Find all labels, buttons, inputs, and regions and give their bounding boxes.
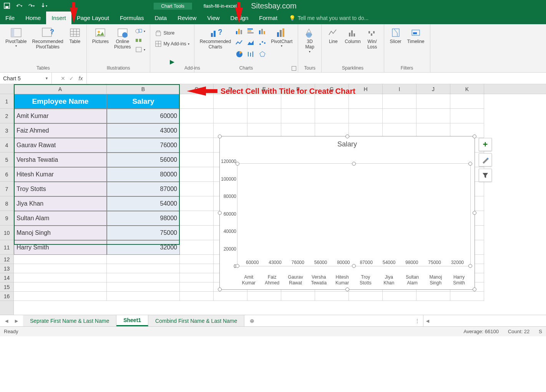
cell-C7[interactable] — [180, 182, 214, 196]
row-header-1[interactable]: 1 — [0, 94, 13, 109]
cell-B10[interactable]: 75000 — [107, 226, 180, 240]
chart-title[interactable]: Salary — [220, 136, 475, 150]
cell-A6[interactable]: Hitesh Kumar — [14, 167, 107, 182]
row-header-9[interactable]: 9 — [0, 211, 13, 226]
smartart-button[interactable] — [134, 37, 147, 44]
tab-formulas[interactable]: Formulas — [115, 12, 149, 24]
pictures-button[interactable]: Pictures — [90, 26, 111, 45]
cell-A13[interactable] — [14, 264, 107, 273]
chart-filters-button[interactable] — [479, 169, 492, 182]
col-header-I[interactable]: I — [383, 84, 417, 94]
scatter-chart-icon[interactable] — [257, 37, 268, 48]
cell-B14[interactable] — [107, 273, 180, 282]
sparkline-line-button[interactable]: Line — [325, 26, 342, 45]
sheet-tab-1[interactable]: Seprate First Name & Last Name — [23, 315, 116, 326]
cell-A7[interactable]: Troy Stotts — [14, 182, 107, 196]
cell-C6[interactable] — [180, 167, 214, 182]
cell-C13[interactable] — [180, 264, 214, 273]
new-sheet-button[interactable]: ⊕ — [244, 315, 260, 326]
pie-chart-icon[interactable] — [234, 49, 245, 60]
cell-F16[interactable] — [281, 292, 315, 301]
cell-B3[interactable]: 43000 — [107, 123, 180, 138]
cell-B9[interactable]: 98000 — [107, 211, 180, 226]
sheet-nav[interactable]: ◄► — [0, 315, 23, 326]
name-box[interactable]: Chart 5▼ — [0, 73, 52, 84]
cell-K2[interactable] — [450, 109, 484, 123]
cell-C8[interactable] — [180, 196, 214, 211]
cell-H1[interactable] — [349, 94, 383, 109]
cell-E2[interactable] — [247, 109, 281, 123]
tab-insert[interactable]: Insert — [46, 12, 71, 24]
slicer-button[interactable]: Slicer — [387, 26, 404, 45]
col-header-K[interactable]: K — [450, 84, 484, 94]
cell-A12[interactable] — [14, 255, 107, 264]
area-chart-icon[interactable] — [246, 37, 256, 48]
cell-I16[interactable] — [383, 292, 417, 301]
cell-I1[interactable] — [383, 94, 417, 109]
bing-maps-button[interactable] — [164, 56, 181, 70]
row-header-10[interactable]: 10 — [0, 226, 13, 240]
cell-B7[interactable]: 87000 — [107, 182, 180, 196]
cell-C9[interactable] — [180, 211, 214, 226]
cell-C12[interactable] — [180, 255, 214, 264]
cell-B2[interactable]: 60000 — [107, 109, 180, 123]
tab-review[interactable]: Review — [172, 12, 202, 24]
cell-C15[interactable] — [180, 282, 214, 292]
tab-view[interactable]: View — [202, 12, 225, 24]
charts-dialog-launcher[interactable] — [292, 66, 296, 71]
select-all-corner[interactable] — [0, 84, 13, 94]
cell-A5[interactable]: Versha Tewatia — [14, 153, 107, 167]
row-header-3[interactable]: 3 — [0, 123, 13, 138]
cell-D2[interactable] — [214, 109, 247, 123]
row-header-5[interactable]: 5 — [0, 153, 13, 167]
tell-me-search[interactable]: 💡Tell me what you want to do... — [283, 12, 546, 24]
cell-E16[interactable] — [247, 292, 281, 301]
tab-home[interactable]: Home — [20, 12, 46, 24]
table-button[interactable]: Table — [66, 26, 83, 45]
cell-B15[interactable] — [107, 282, 180, 292]
cell-E1[interactable] — [247, 94, 281, 109]
cell-G16[interactable] — [315, 292, 349, 301]
row-header-4[interactable]: 4 — [0, 138, 13, 153]
row-header-11[interactable]: 11 — [0, 240, 13, 255]
sheet-tab-2[interactable]: Sheet1 — [116, 315, 148, 326]
cell-B11[interactable]: 32000 — [107, 240, 180, 255]
radar-chart-icon[interactable] — [257, 49, 268, 60]
cell-I2[interactable] — [383, 109, 417, 123]
cell-J16[interactable] — [417, 292, 450, 301]
row-header-7[interactable]: 7 — [0, 182, 13, 196]
row-header-13[interactable]: 13 — [0, 264, 13, 273]
row-header-12[interactable]: 12 — [0, 255, 13, 264]
cell-C16[interactable] — [180, 292, 214, 301]
cell-A8[interactable]: Jiya Khan — [14, 196, 107, 211]
cell-A16[interactable] — [14, 292, 107, 301]
cell-H16[interactable] — [349, 292, 383, 301]
col-header-A[interactable]: A — [14, 84, 107, 94]
bar-chart-icon[interactable] — [234, 26, 245, 37]
tab-format[interactable]: Format — [254, 12, 283, 24]
recommended-pivottables-button[interactable]: ?Recommended PivotTables — [30, 26, 65, 51]
horizontal-scrollbar[interactable]: ◄ — [423, 315, 546, 326]
cell-B5[interactable]: 56000 — [107, 153, 180, 167]
plot-area[interactable]: 6000043000760005600080000870005400098000… — [237, 163, 471, 266]
cell-B12[interactable] — [107, 255, 180, 264]
pivotchart-button[interactable]: PivotChart▾ — [269, 26, 295, 49]
save-icon[interactable] — [3, 2, 11, 10]
cell-G1[interactable] — [315, 94, 349, 109]
cell-D16[interactable] — [214, 292, 247, 301]
cell-A10[interactable]: Manoj Singh — [14, 226, 107, 240]
screenshot-button[interactable]: ▾ — [134, 46, 147, 53]
cell-C2[interactable] — [180, 109, 214, 123]
col-header-J[interactable]: J — [417, 84, 450, 94]
embedded-chart[interactable]: Salary 020000400006000080000100000120000… — [219, 136, 475, 290]
cell-C11[interactable] — [180, 240, 214, 255]
row-header-6[interactable]: 6 — [0, 167, 13, 182]
recommended-charts-button[interactable]: ?Recommended Charts — [197, 26, 233, 51]
cell-B16[interactable] — [107, 292, 180, 301]
hbar-chart-icon[interactable] — [246, 26, 256, 37]
tab-data[interactable]: Data — [149, 12, 172, 24]
cell-B1[interactable]: Salary — [107, 94, 180, 109]
timeline-button[interactable]: Timeline — [405, 26, 427, 45]
cell-B6[interactable]: 80000 — [107, 167, 180, 182]
column-3d-chart-icon[interactable] — [257, 26, 268, 37]
